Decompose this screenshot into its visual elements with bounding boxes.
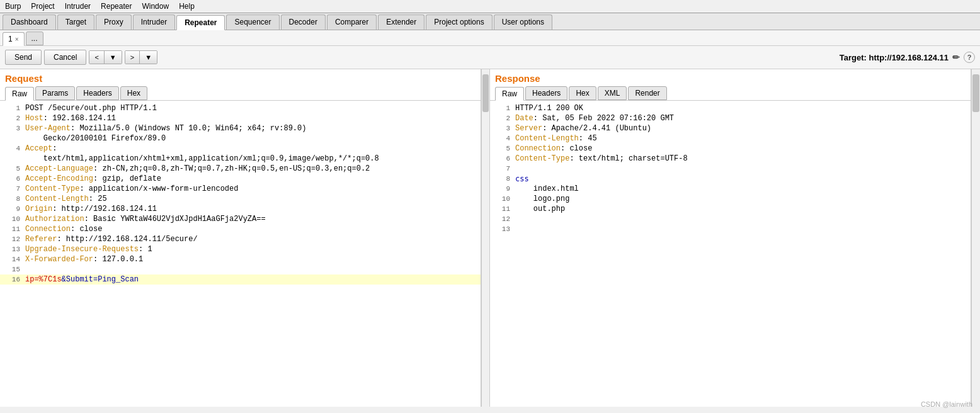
next-button[interactable]: > xyxy=(125,51,140,64)
request-line: 14X-Forwarded-For: 127.0.0.1 xyxy=(0,254,481,264)
request-tab-raw[interactable]: Raw xyxy=(5,87,34,101)
watermark: CSDN @lainwith xyxy=(921,400,972,407)
tab-repeater[interactable]: Repeater xyxy=(176,15,225,30)
response-tab-xml[interactable]: XML xyxy=(598,86,627,100)
tab-proxy[interactable]: Proxy xyxy=(96,14,132,30)
response-tab-raw[interactable]: Raw xyxy=(495,87,524,101)
response-subtabs: Raw Headers Hex XML Render xyxy=(490,85,971,101)
request-line: 1POST /5ecure/out.php HTTP/1.1 xyxy=(0,103,481,113)
repeater-tab-1-label: 1 xyxy=(8,35,13,43)
tab-decoder[interactable]: Decoder xyxy=(281,14,326,30)
cancel-button[interactable]: Cancel xyxy=(44,50,86,65)
repeater-tab-new-label: ... xyxy=(31,34,38,43)
send-button[interactable]: Send xyxy=(5,50,42,65)
request-tab-headers[interactable]: Headers xyxy=(76,86,118,100)
tab-intruder[interactable]: Intruder xyxy=(133,14,175,30)
toolbar: Send Cancel < ▼ > ▼ Target: http://192.1… xyxy=(0,46,980,69)
request-line: 7Content-Type: application/x-www-form-ur… xyxy=(0,184,481,194)
target-label-text: Target: http://192.168.124.11 xyxy=(840,53,949,62)
request-line: text/html,application/xhtml+xml,applicat… xyxy=(0,154,481,164)
next-nav-group: > ▼ xyxy=(125,50,157,64)
response-line: 4Content-Length: 45 xyxy=(490,133,971,144)
request-line: 16ip=%7C1s&Submit=Ping_Scan xyxy=(0,274,481,285)
request-line: 3User-Agent: Mozilla/5.0 (Windows NT 10.… xyxy=(0,123,481,133)
prev-dropdown-button[interactable]: ▼ xyxy=(105,51,122,64)
menubar: Burp Project Intruder Repeater Window He… xyxy=(0,0,980,13)
response-line: 11 out.php xyxy=(490,204,971,214)
menu-intruder[interactable]: Intruder xyxy=(62,1,93,11)
response-line: 9 index.html xyxy=(490,184,971,194)
scroll-thumb[interactable] xyxy=(482,74,489,112)
tab-project-options[interactable]: Project options xyxy=(426,14,492,30)
tab-extender[interactable]: Extender xyxy=(378,14,424,30)
response-title: Response xyxy=(490,69,971,85)
request-panel: Request Raw Params Headers Hex 1POST /5e… xyxy=(0,69,481,407)
request-line: 4Accept: xyxy=(0,144,481,154)
request-line: 10Authorization: Basic YWRtaW46U2VjdXJpd… xyxy=(0,214,481,224)
request-line: 12Referer: http://192.168.124.11/5ecure/ xyxy=(0,234,481,244)
request-tab-hex[interactable]: Hex xyxy=(120,86,147,100)
menu-burp[interactable]: Burp xyxy=(3,1,23,11)
response-line: 2Date: Sat, 05 Feb 2022 07:16:20 GMT xyxy=(490,113,971,123)
tab-target[interactable]: Target xyxy=(57,14,94,30)
next-dropdown-button[interactable]: ▼ xyxy=(140,51,157,64)
response-line: 1HTTP/1.1 200 OK xyxy=(490,103,971,113)
tab-sequencer[interactable]: Sequencer xyxy=(226,14,279,30)
response-line: 10 logo.png xyxy=(490,194,971,204)
response-scroll-thumb[interactable] xyxy=(972,74,979,112)
repeater-tab-1[interactable]: 1 × xyxy=(3,32,25,46)
tab-user-options[interactable]: User options xyxy=(494,14,552,30)
response-line: 7 xyxy=(490,164,971,174)
request-subtabs: Raw Params Headers Hex xyxy=(0,85,481,101)
help-icon[interactable]: ? xyxy=(964,52,975,63)
menu-project[interactable]: Project xyxy=(28,1,57,11)
menu-repeater[interactable]: Repeater xyxy=(98,1,134,11)
response-line: 12 xyxy=(490,214,971,224)
request-line: 11Connection: close xyxy=(0,224,481,234)
repeater-tab-bar: 1 × ... xyxy=(0,30,980,46)
response-line: 6Content-Type: text/html; charset=UTF-8 xyxy=(490,154,971,164)
request-line: 5Accept-Language: zh-CN,zh;q=0.8,zh-TW;q… xyxy=(0,164,481,174)
repeater-tab-new[interactable]: ... xyxy=(26,31,43,45)
tab-dashboard[interactable]: Dashboard xyxy=(3,14,56,30)
request-line: 8Content-Length: 25 xyxy=(0,194,481,204)
response-line: 3Server: Apache/2.4.41 (Ubuntu) xyxy=(490,123,971,133)
response-line: 8css xyxy=(490,174,971,184)
repeater-tab-1-close[interactable]: × xyxy=(15,36,19,43)
prev-button[interactable]: < xyxy=(89,51,104,64)
request-line: 13Upgrade-Insecure-Requests: 1 xyxy=(0,244,481,254)
response-panel: Response Raw Headers Hex XML Render 1HTT… xyxy=(490,69,971,407)
edit-target-icon[interactable]: ✏ xyxy=(952,52,960,62)
response-line: 5Connection: close xyxy=(490,144,971,154)
request-title: Request xyxy=(0,69,481,85)
response-tab-render[interactable]: Render xyxy=(628,86,666,100)
request-tab-params[interactable]: Params xyxy=(35,86,75,100)
request-line: 6Accept-Encoding: gzip, deflate xyxy=(0,174,481,184)
main-content: Request Raw Params Headers Hex 1POST /5e… xyxy=(0,69,980,407)
response-code-area[interactable]: 1HTTP/1.1 200 OK2Date: Sat, 05 Feb 2022 … xyxy=(490,101,971,407)
response-tab-headers[interactable]: Headers xyxy=(525,86,567,100)
response-line: 13 xyxy=(490,224,971,234)
request-code-area[interactable]: 1POST /5ecure/out.php HTTP/1.12Host: 192… xyxy=(0,101,481,407)
request-line: 2Host: 192.168.124.11 xyxy=(0,113,481,123)
response-scrollbar xyxy=(971,69,980,407)
tab-comparer[interactable]: Comparer xyxy=(327,14,377,30)
request-line: 9Origin: http://192.168.124.11 xyxy=(0,204,481,214)
panel-divider xyxy=(481,69,490,407)
prev-nav-group: < ▼ xyxy=(89,50,122,64)
menu-window[interactable]: Window xyxy=(139,1,171,11)
request-line: Gecko/20100101 Firefox/89.0 xyxy=(0,133,481,144)
target-info: Target: http://192.168.124.11 ✏ ? xyxy=(840,52,975,63)
request-line: 15 xyxy=(0,264,481,274)
response-tab-hex[interactable]: Hex xyxy=(569,86,596,100)
menu-help[interactable]: Help xyxy=(176,1,197,11)
top-tab-bar: Dashboard Target Proxy Intruder Repeater… xyxy=(0,13,980,30)
